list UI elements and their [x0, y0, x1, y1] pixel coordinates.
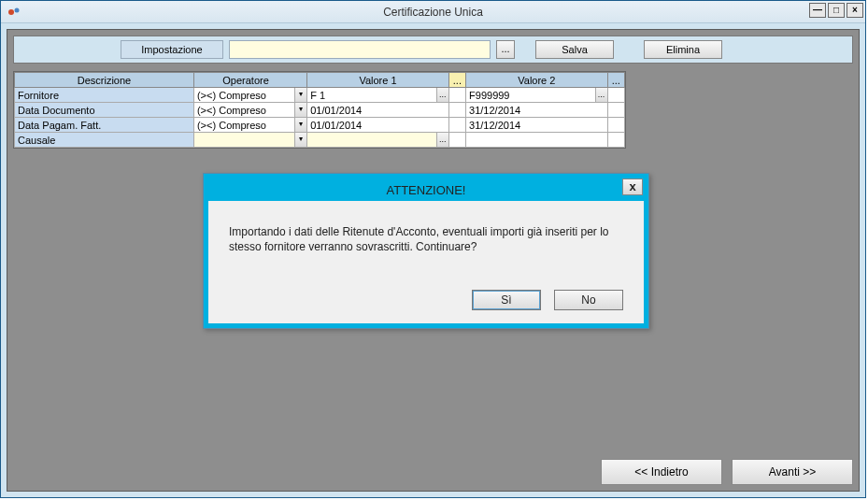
next-button[interactable]: Avanti >> [732, 459, 853, 485]
valore2-cell[interactable]: 31/12/2014 [466, 118, 608, 133]
desc-cell[interactable]: Data Documento [15, 103, 194, 118]
spacer-cell [607, 133, 624, 148]
lookup-icon[interactable]: ... [436, 88, 448, 102]
lookup-icon[interactable]: ... [595, 88, 607, 102]
dropdown-icon[interactable]: ▾ [294, 133, 306, 147]
dropdown-icon[interactable]: ▾ [294, 88, 306, 102]
spacer-cell [448, 103, 465, 118]
impostazione-input[interactable] [229, 40, 491, 59]
operator-cell[interactable]: (><) Compreso▾ [193, 103, 306, 118]
spacer-cell [607, 103, 624, 118]
settings-bar: Impostazione ... Salva Elimina [13, 36, 853, 64]
attention-dialog: ATTENZIONE! x Importando i dati delle Ri… [203, 173, 649, 329]
col-valore1-lookup[interactable]: ... [448, 73, 465, 88]
save-button[interactable]: Salva [535, 40, 614, 59]
col-valore2[interactable]: Valore 2 [466, 73, 608, 88]
valore2-cell[interactable]: F999999... [466, 88, 608, 103]
window-title: Certificazione Unica [1, 6, 865, 19]
valore1-cell[interactable]: 01/01/2014 [307, 118, 449, 133]
lookup-icon[interactable]: ... [436, 133, 448, 147]
dialog-body: Importando i dati delle Ritenute d'Accon… [208, 201, 644, 323]
operator-cell[interactable]: (><) Compreso▾ [193, 118, 306, 133]
valore1-cell[interactable]: ... [307, 133, 449, 148]
valore1-cell[interactable]: F 1... [307, 88, 449, 103]
col-valore2-lookup[interactable]: ... [607, 73, 624, 88]
desc-cell[interactable]: Causale [15, 133, 194, 148]
titlebar: Certificazione Unica — □ × [1, 1, 865, 23]
delete-button[interactable]: Elimina [644, 40, 722, 59]
main-window: Certificazione Unica — □ × Impostazione … [0, 0, 866, 498]
spacer-cell [607, 88, 624, 103]
table-row: Causale▾... [15, 133, 625, 148]
col-valore1[interactable]: Valore 1 [307, 73, 449, 88]
spacer-cell [607, 118, 624, 133]
col-operatore[interactable]: Operatore [193, 73, 306, 88]
dialog-close-button[interactable]: x [622, 179, 643, 195]
col-descrizione[interactable]: Descrizione [15, 73, 194, 88]
dropdown-icon[interactable]: ▾ [294, 118, 306, 132]
desc-cell[interactable]: Fornitore [15, 88, 194, 103]
operator-cell[interactable]: ▾ [193, 133, 306, 148]
filter-grid: Descrizione Operatore Valore 1 ... Valor… [13, 71, 626, 149]
maximize-button[interactable]: □ [828, 3, 845, 18]
app-icon [7, 5, 21, 20]
table-row: Data Documento(><) Compreso▾01/01/201431… [15, 103, 625, 118]
impostazione-lookup-button[interactable]: ... [496, 40, 515, 59]
operator-cell[interactable]: (><) Compreso▾ [193, 88, 306, 103]
table-row: Data Pagam. Fatt.(><) Compreso▾01/01/201… [15, 118, 625, 133]
window-controls: — □ × [809, 3, 863, 18]
minimize-button[interactable]: — [809, 3, 826, 18]
spacer-cell [448, 88, 465, 103]
valore2-cell[interactable] [466, 133, 608, 148]
dropdown-icon[interactable]: ▾ [294, 103, 306, 117]
svg-point-0 [8, 9, 14, 15]
dialog-buttons: Sì No [229, 290, 623, 310]
dialog-message: Importando i dati delle Ritenute d'Accon… [229, 225, 623, 254]
no-button[interactable]: No [554, 290, 623, 310]
wizard-buttons: << Indietro Avanti >> [601, 459, 853, 485]
spacer-cell [448, 133, 465, 148]
table-row: Fornitore(><) Compreso▾F 1...F999999... [15, 88, 625, 103]
back-button[interactable]: << Indietro [601, 459, 722, 485]
dialog-title: ATTENZIONE! x [208, 179, 644, 201]
impostazione-label: Impostazione [121, 40, 223, 59]
valore1-cell[interactable]: 01/01/2014 [307, 103, 449, 118]
svg-point-1 [15, 7, 20, 12]
desc-cell[interactable]: Data Pagam. Fatt. [15, 118, 194, 133]
close-button[interactable]: × [847, 3, 863, 18]
valore2-cell[interactable]: 31/12/2014 [466, 103, 608, 118]
spacer-cell [448, 118, 465, 133]
yes-button[interactable]: Sì [472, 290, 541, 310]
grid-header-row: Descrizione Operatore Valore 1 ... Valor… [15, 73, 625, 88]
